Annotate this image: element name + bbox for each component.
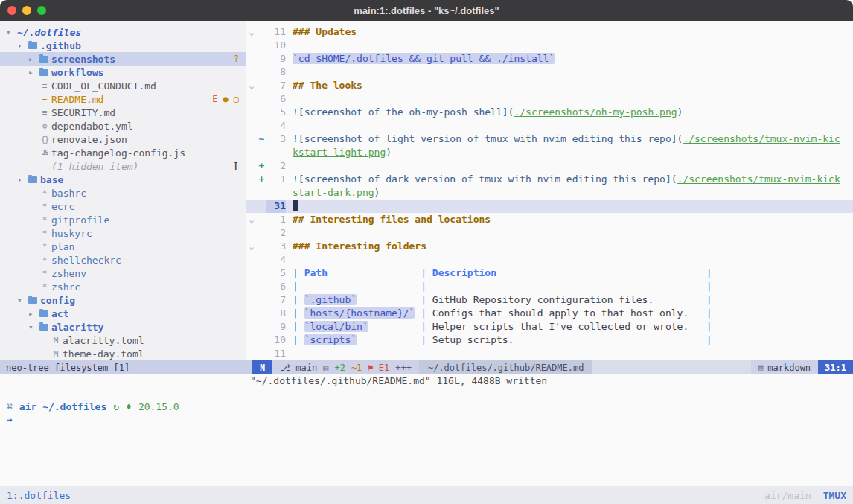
chevron-right-icon[interactable]: ▸ [28,54,39,64]
editor-line[interactable]: 5| Path | Description | [246,267,853,280]
tree-item-ecrc[interactable]: *ecrc [0,200,246,213]
editor-line[interactable]: +2 [246,159,853,173]
tree-item-plan[interactable]: *plan [0,240,246,253]
zoom-button[interactable] [37,6,46,15]
fold-chevron-icon[interactable]: ⌄ [246,240,257,253]
syntax-cell: Helper scripts that I've collected or wr… [432,321,689,332]
chevron-right-icon[interactable]: ▸ [28,309,39,319]
editor-line[interactable]: 7| `.github` | GitHub Repository configu… [246,293,853,307]
tmux-window-tab[interactable]: 1:.dotfiles [7,490,71,501]
git-status-badge: ● [223,94,229,104]
tree-item-workflows[interactable]: ▸workflows [0,66,246,79]
editor-line[interactable]: 10 [246,39,853,52]
editor-line[interactable]: 9`cd $HOME/.dotfiles && git pull && ./in… [246,52,853,66]
tree-item-label: workflows [51,67,103,78]
syntax-plain [368,321,421,332]
fold-column [246,92,257,106]
chevron-down-icon[interactable]: ▾ [28,322,39,332]
editor-wrap-line[interactable]: kstart-light.png) [246,146,853,159]
editor-line[interactable]: 9| `local/bin` | Helper scripts that I'v… [246,320,853,334]
editor-line[interactable]: ~3![screenshot of light version of tmux … [246,133,853,146]
chevron-down-icon[interactable]: ▾ [6,28,17,37]
tree-item-security-md[interactable]: ≡SECURITY.md [0,106,246,119]
editor-line[interactable]: 6| ------------------- | ---------------… [246,280,853,293]
tree-item-label: ~/.dotfiles [17,27,81,38]
fold-chevron-icon[interactable]: ⌄ [246,79,257,92]
fold-column [246,52,257,66]
folder-icon [39,56,48,63]
tree-item-alacritty-toml[interactable]: Malacritty.toml [0,334,246,347]
tree-item-zshrc[interactable]: *zshrc [0,280,246,293]
tree-item-dependabot-yml[interactable]: ⚙dependabot.yml [0,119,246,133]
editor-line[interactable]: 4 [246,253,853,267]
tree-item-shellcheckrc[interactable]: *shellcheckrc [0,253,246,267]
syntax-plain [328,267,421,278]
window-title: main:1:.dotfiles - "ks~/.dotfiles" [354,5,499,16]
expander-spacer [28,135,39,144]
editor-line[interactable]: 11 [246,347,853,360]
expander-spacer [39,336,51,345]
fold-chevron-icon[interactable]: ⌄ [246,25,257,39]
tree-item-label: gitprofile [51,214,109,226]
editor-line[interactable]: 8 [246,66,853,79]
editor-line[interactable]: 10| `scripts` | Setup scripts. | [246,334,853,347]
tree-item-readme-md[interactable]: ≡README.mdE●▢ [0,92,246,106]
syntax-plain [496,267,706,278]
tree-item-act[interactable]: ▸act [0,307,246,320]
expander-spacer [28,255,39,265]
syntax-link: ./screenshots/oh-my-posh.png [514,106,677,118]
chevron-down-icon[interactable]: ▾ [17,41,28,51]
tree-item-zshenv[interactable]: *zshenv [0,267,246,280]
filetype-label: markdown [767,363,811,373]
tree-item-alacritty[interactable]: ▾alacritty [0,320,246,334]
editor-line[interactable]: ⌄ 11### Updates [246,25,853,39]
tree-item-code-of-conduct-md[interactable]: ≡CODE_OF_CONDUCT.md [0,79,246,92]
line-number: 3 [266,133,286,146]
fold-column [246,347,257,360]
editor-line[interactable]: 6 [246,92,853,106]
tree-item-github[interactable]: ▾.github [0,39,246,52]
tree-item-tag-changelog-config-js[interactable]: JStag-changelog-config.js [0,146,246,159]
editor-line[interactable]: 8| `hosts/{hostname}/` | Configs that sh… [246,307,853,320]
tree-item-config[interactable]: ▾config [0,293,246,307]
editor-line[interactable]: +1![screenshot of dark version of tmux w… [246,173,853,186]
sign-column [257,253,266,267]
fold-chevron-icon[interactable]: ⌄ [246,213,257,226]
tree-item-label: zshrc [51,281,80,293]
editor-line[interactable]: ⌄ 7## The looks [246,79,853,92]
line-number: 1 [266,173,286,186]
tree-item-dotfiles[interactable]: ▾~/.dotfiles [0,25,246,39]
line-number: 6 [266,280,286,293]
refresh-icon: ↻ [113,401,119,412]
sign-column [257,267,266,280]
tmux-label: TMUX [823,490,846,501]
close-button[interactable] [7,6,16,15]
editor-line[interactable]: 5![screenshot of the oh-my-posh shell](.… [246,106,853,119]
tree-item-gitprofile[interactable]: *gitprofile [0,213,246,226]
tree-item-1-hidden-item[interactable]: (1 hidden item) [0,159,246,173]
chevron-down-icon[interactable]: ▾ [17,296,28,305]
chevron-right-icon[interactable]: ▸ [28,68,39,77]
editor-line[interactable]: ⌄ 3### Interesting folders [246,240,853,253]
tree-item-screenshots[interactable]: ▸screenshots? [0,52,246,66]
sign-column [257,146,266,159]
tree-item-bashrc[interactable]: *bashrc [0,186,246,200]
tree-item-renovate-json[interactable]: {}renovate.json [0,133,246,146]
tree-item-base[interactable]: ▾base [0,173,246,186]
syntax-pipe: | [293,294,304,305]
editor-line[interactable]: 2 [246,226,853,240]
sign-column [257,106,266,119]
shell-pane[interactable]: ⌘air ~/.dotfiles↻♦20.15.0 → [0,388,853,486]
statusline-item: ⚑ E1 [368,363,389,373]
tree-item-huskyrc[interactable]: *huskyrc [0,226,246,240]
editor-cursor-line[interactable]: 31 [246,200,853,213]
tree-item-theme-day-toml[interactable]: Mtheme-day.toml [0,347,246,360]
editor-wrap-line[interactable]: start-dark.png) [246,186,853,200]
chevron-down-icon[interactable]: ▾ [17,175,28,185]
editor-line[interactable]: 4 [246,119,853,133]
editor-line[interactable]: ⌄ 1## Interesting files and locations [246,213,853,226]
js-file-icon: JS [39,150,50,156]
statusline-item: ~1 [351,363,362,373]
minimize-button[interactable] [22,6,31,15]
editor-pane[interactable]: ⌄ 11### Updates 10 9`cd $HOME/.dotfiles … [246,21,853,360]
